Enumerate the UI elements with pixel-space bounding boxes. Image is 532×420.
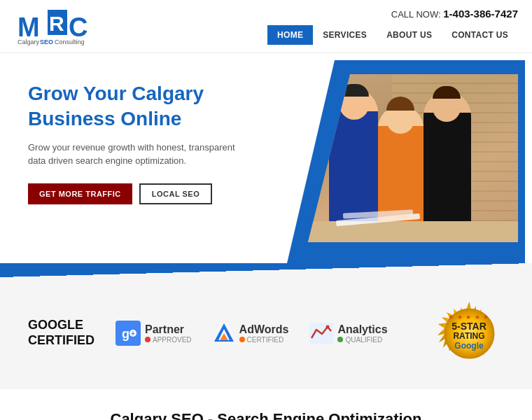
- header-right: CALL NOW: 1-403-386-7427 HOME SERVICES A…: [267, 8, 518, 45]
- five-star-badge: ★ ★ ★ ★ ★ 5-STAR RATING Google: [434, 298, 504, 368]
- logo-area: M R C Calgary SEO Consulting: [14, 7, 98, 46]
- hero-image-area: [298, 74, 518, 242]
- hero-buttons: GET MORE TRAFFIC LOCAL SEO: [28, 183, 284, 204]
- badge-google-text: Google: [448, 341, 489, 352]
- svg-text:g: g: [122, 327, 130, 341]
- nav-home[interactable]: HOME: [267, 25, 313, 45]
- content-section: Calgary SEO - Search Engine Optimization…: [0, 389, 532, 420]
- hero-divider: [0, 263, 532, 277]
- nav-services[interactable]: SERVICES: [313, 25, 377, 45]
- google-partner-icon: g +: [115, 321, 141, 346]
- analytics-icon: [309, 323, 333, 344]
- nav-contact[interactable]: CONTACT US: [442, 25, 518, 45]
- main-nav: HOME SERVICES ABOUT US CONTACT US: [267, 25, 518, 45]
- cert-adwords-text: AdWords CERTIFIED: [239, 323, 289, 344]
- analytics-status-dot: [337, 337, 343, 342]
- adwords-icon: [213, 322, 235, 344]
- svg-text:SEO: SEO: [40, 38, 53, 46]
- get-traffic-button[interactable]: GET MORE TRAFFIC: [28, 183, 132, 204]
- cert-badge-partner: g + Partner APPROVED: [115, 321, 192, 346]
- badge-star-text: 5-STAR: [448, 321, 489, 332]
- cert-badge-adwords: AdWords CERTIFIED: [213, 322, 289, 344]
- cert-analytics-text: Analytics QUALIFIED: [337, 323, 387, 344]
- content-title: Calgary SEO - Search Engine Optimization: [56, 410, 476, 420]
- google-certified-text: GOOGLE CERTIFIED: [28, 318, 94, 348]
- logo-svg: M R C Calgary SEO Consulting: [14, 7, 98, 46]
- svg-point-15: [326, 326, 330, 329]
- svg-text:C: C: [69, 13, 88, 42]
- hero-section: Grow Your Calgary Business Online Grow y…: [0, 53, 532, 263]
- phone-number: 1-403-386-7427: [443, 8, 518, 20]
- nav-about[interactable]: ABOUT US: [377, 25, 442, 45]
- local-seo-button[interactable]: LOCAL SEO: [139, 183, 212, 204]
- svg-text:M: M: [18, 13, 40, 42]
- svg-text:+: +: [131, 330, 135, 337]
- svg-text:Consulting: Consulting: [55, 38, 85, 46]
- hero-title: Grow Your Calgary Business Online: [28, 81, 284, 132]
- svg-text:R: R: [49, 12, 64, 35]
- hero-description: Grow your revenue growth with honest, tr…: [28, 141, 238, 168]
- badge-rating-text: RATING: [448, 332, 489, 341]
- logo: M R C Calgary SEO Consulting: [14, 7, 98, 46]
- cert-badge-analytics: Analytics QUALIFIED: [309, 323, 387, 344]
- adwords-status-dot: [239, 337, 245, 342]
- svg-text:Calgary: Calgary: [18, 38, 40, 46]
- cert-partner-text: Partner APPROVED: [145, 323, 192, 344]
- cert-bar: GOOGLE CERTIFIED g + Partner APPROVED: [0, 277, 532, 389]
- hero-text: Grow Your Calgary Business Online Grow y…: [28, 74, 298, 242]
- partner-status-dot: [145, 337, 150, 342]
- call-now: CALL NOW: 1-403-386-7427: [391, 8, 518, 20]
- header: M R C Calgary SEO Consulting CALL NOW: 1…: [0, 0, 532, 53]
